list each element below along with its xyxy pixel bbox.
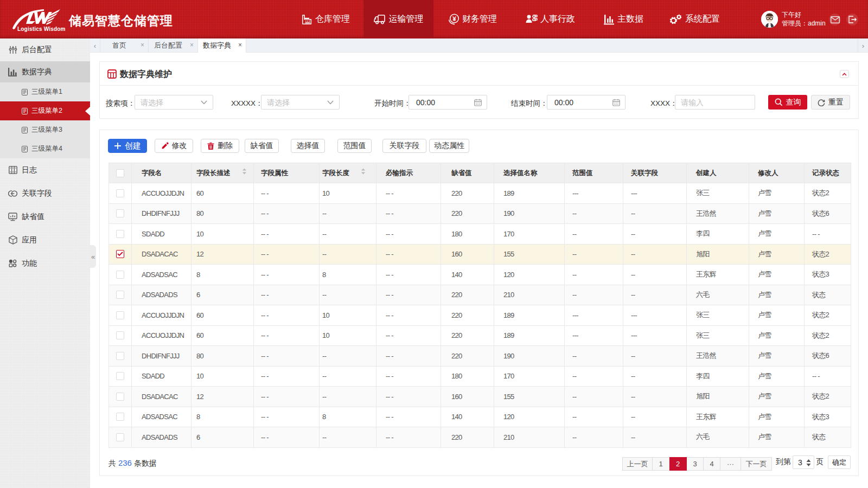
svg-text:Logistics Wisdom: Logistics Wisdom bbox=[17, 26, 66, 32]
